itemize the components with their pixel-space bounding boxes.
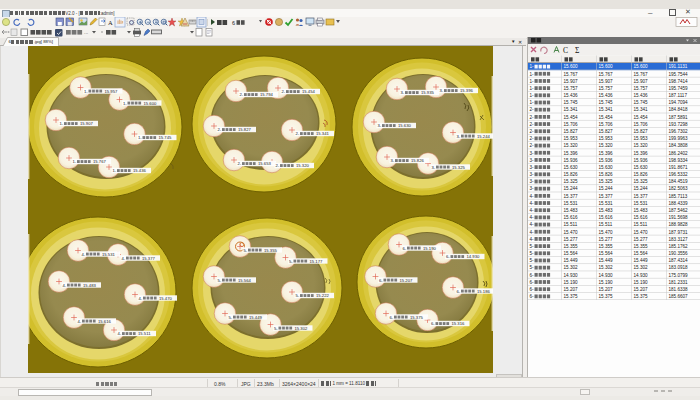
svg-text:15.470: 15.470: [599, 230, 613, 235]
svg-text:15.616: 15.616: [634, 215, 648, 220]
svg-text:15.757: 15.757: [634, 86, 648, 91]
svg-text:15.483: 15.483: [599, 208, 613, 213]
svg-text:4-: 4-: [530, 222, 535, 227]
svg-text:3-: 3-: [530, 179, 535, 184]
svg-text:5-: 5-: [218, 278, 222, 283]
svg-text:194.7094: 194.7094: [669, 100, 689, 105]
svg-text:15.564: 15.564: [564, 251, 578, 256]
svg-text:2-: 2-: [530, 136, 535, 141]
svg-text:15.600: 15.600: [564, 64, 578, 69]
svg-text:15.630: 15.630: [599, 165, 613, 170]
svg-text:15.470: 15.470: [159, 296, 172, 301]
svg-text:15.454: 15.454: [564, 115, 578, 120]
svg-text:5-: 5-: [530, 244, 535, 249]
svg-text:3-: 3-: [530, 186, 535, 191]
svg-text:15.935: 15.935: [421, 90, 434, 95]
svg-text:191.1131: 191.1131: [669, 64, 688, 69]
svg-text:15.186: 15.186: [477, 289, 490, 294]
svg-text:15.190: 15.190: [634, 280, 648, 285]
svg-text:2-: 2-: [282, 89, 286, 94]
svg-text:3-: 3-: [401, 90, 405, 95]
svg-text:2-: 2-: [218, 127, 222, 132]
svg-text:A: A: [108, 19, 113, 26]
svg-text:1-: 1-: [138, 135, 142, 140]
svg-text:15.355: 15.355: [634, 244, 648, 249]
svg-text:15.630: 15.630: [564, 165, 578, 170]
svg-text:15.826: 15.826: [411, 158, 424, 163]
svg-text:198.9334: 198.9334: [669, 158, 689, 163]
svg-text:2-: 2-: [238, 161, 242, 166]
svg-text:2-: 2-: [296, 131, 300, 136]
svg-text:15.454: 15.454: [599, 115, 613, 120]
svg-text:15.767: 15.767: [634, 72, 648, 77]
svg-text:15.936: 15.936: [564, 158, 578, 163]
svg-text:15.511: 15.511: [599, 222, 613, 227]
svg-text:15.325: 15.325: [564, 179, 578, 184]
svg-text:1-: 1-: [530, 93, 535, 98]
svg-text:184.8418: 184.8418: [669, 107, 689, 112]
svg-text:3-: 3-: [457, 134, 461, 139]
svg-text:Σ: Σ: [575, 46, 579, 55]
svg-text:185.1762: 185.1762: [669, 244, 689, 249]
svg-text:1-: 1-: [60, 121, 64, 126]
svg-text:15.277: 15.277: [564, 237, 578, 242]
svg-text:190.3556: 190.3556: [669, 251, 689, 256]
svg-text:15.630: 15.630: [398, 123, 411, 128]
svg-text:1-: 1-: [530, 86, 535, 91]
svg-text:186.2402: 186.2402: [669, 151, 689, 156]
svg-text:191.5698: 191.5698: [669, 215, 689, 220]
svg-text:185.7113: 185.7113: [669, 194, 688, 199]
svg-text:15.355: 15.355: [599, 244, 613, 249]
svg-text:15.826: 15.826: [599, 172, 613, 177]
svg-text:181.2331: 181.2331: [669, 280, 689, 285]
svg-text:6-: 6-: [431, 321, 435, 326]
svg-text:14.930: 14.930: [634, 273, 648, 278]
svg-text:3-: 3-: [432, 165, 436, 170]
svg-text:185.6607: 185.6607: [669, 294, 689, 299]
svg-text:184.4519: 184.4519: [669, 179, 689, 184]
svg-text:4-: 4-: [530, 208, 535, 213]
svg-text:187.1117: 187.1117: [669, 93, 688, 98]
svg-text:15.207: 15.207: [634, 287, 648, 292]
svg-text:15.600: 15.600: [634, 64, 648, 69]
svg-text:15.511: 15.511: [634, 222, 648, 227]
svg-text:182.5063: 182.5063: [669, 186, 689, 191]
svg-text:15.302: 15.302: [564, 265, 578, 270]
svg-text:15.794: 15.794: [260, 92, 273, 97]
svg-text:4-: 4-: [530, 237, 535, 242]
svg-text:4-: 4-: [118, 331, 122, 336]
svg-text:15.745: 15.745: [564, 100, 578, 105]
svg-text:15.616: 15.616: [564, 215, 578, 220]
svg-text:2-: 2-: [276, 163, 280, 168]
svg-text:15.616: 15.616: [98, 319, 111, 324]
svg-text:15.454: 15.454: [302, 89, 315, 94]
svg-text:5-: 5-: [274, 326, 278, 331]
svg-text:15.531: 15.531: [102, 252, 115, 257]
svg-text:15.325: 15.325: [599, 179, 613, 184]
svg-text:15.483: 15.483: [564, 208, 578, 213]
svg-text:15.375: 15.375: [564, 294, 578, 299]
svg-text:15.341: 15.341: [564, 107, 578, 112]
svg-text:4-: 4-: [530, 230, 535, 235]
svg-text:196.7302: 196.7302: [669, 129, 689, 134]
svg-text:3-: 3-: [378, 123, 382, 128]
svg-text:15.511: 15.511: [138, 331, 151, 336]
svg-text:15.190: 15.190: [599, 280, 613, 285]
svg-text:14.930: 14.930: [467, 254, 480, 259]
svg-text:5-: 5-: [296, 293, 300, 298]
svg-text:193.7298: 193.7298: [669, 122, 689, 127]
svg-text:15.953: 15.953: [634, 136, 648, 141]
svg-text:4-: 4-: [530, 201, 535, 206]
svg-text:175.0799: 175.0799: [669, 273, 689, 278]
svg-text:15.600: 15.600: [599, 64, 613, 69]
svg-text:15.564: 15.564: [634, 251, 648, 256]
svg-text:187.5462: 187.5462: [669, 208, 689, 213]
svg-text:4-: 4-: [82, 252, 86, 257]
svg-text:1-: 1-: [530, 72, 535, 77]
svg-text:6-: 6-: [530, 273, 535, 278]
svg-text:15.277: 15.277: [599, 237, 613, 242]
svg-text:4-: 4-: [530, 194, 535, 199]
svg-text:196.5332: 196.5332: [669, 172, 689, 177]
svg-text:195.7459: 195.7459: [669, 86, 689, 91]
svg-text:191.8671: 191.8671: [669, 165, 689, 170]
